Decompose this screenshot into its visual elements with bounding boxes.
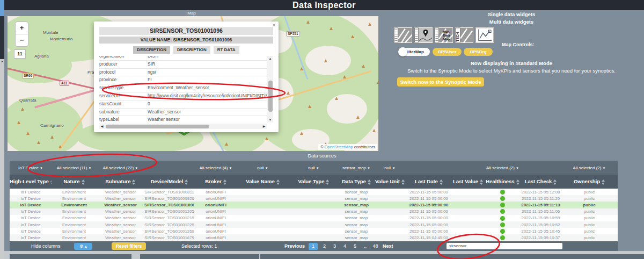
filter-dropdown-7[interactable]: sensor_map▼ [339, 161, 374, 175]
filter-dropdown-2[interactable]: All selected (22)▼ [97, 161, 144, 175]
cell-value-name [237, 189, 288, 195]
cell-value-name [237, 234, 288, 241]
column-header-7[interactable]: Data Type [339, 175, 374, 189]
scroll-down-icon[interactable]: ▼ [267, 117, 273, 123]
gear-icon[interactable]: ⚙ ▴ [74, 243, 92, 250]
column-header-3[interactable]: Device/Model [144, 175, 194, 189]
cell-nature: Environment [52, 234, 97, 241]
sort-icon [440, 179, 443, 185]
cell-value-unit [374, 221, 406, 228]
page-button-4[interactable]: 4 [341, 243, 348, 250]
map-place-label: Carmignano [40, 123, 64, 128]
filter-dropdown-4[interactable]: All selected (4)▼ [194, 161, 237, 175]
scroll-left-icon[interactable]: ◀ [99, 124, 105, 129]
column-header-6[interactable]: Value Type [288, 175, 339, 189]
table-row-3[interactable]: IoT DeviceEnvironmentWeather_sensorSIRSe… [10, 208, 618, 215]
selected-rows-label: Selected rows: 1 [181, 241, 217, 251]
tech-map-widget-icon[interactable]: TECH [455, 27, 474, 44]
page-button-5[interactable]: 5 [352, 243, 358, 250]
cell-value-type [288, 208, 339, 215]
cell-value-type [288, 221, 339, 228]
next-page-button[interactable]: Next [383, 241, 393, 251]
page-button-..[interactable]: .. [362, 243, 369, 250]
filter-map-toggle[interactable]: FilterMap [399, 48, 430, 56]
vscroll-thumb[interactable] [268, 81, 273, 112]
hscroll-thumb[interactable] [106, 125, 209, 128]
reset-filters-button[interactable]: Reset filters [112, 242, 146, 250]
peak-icon [21, 107, 24, 111]
table-row-1[interactable]: IoT DeviceEnvironmentWeather_sensorSIRSe… [10, 195, 618, 202]
column-header-2[interactable]: Subnature [97, 175, 144, 189]
filter-dropdown-5[interactable]: null▼ [237, 161, 288, 175]
sort-icon [223, 179, 226, 185]
previous-page-button[interactable]: Previous [284, 241, 305, 251]
filter-dropdown-13[interactable]: All selected (2)▼ [561, 161, 618, 175]
popup-tab-2[interactable]: RT DATA [214, 46, 239, 54]
cell-nature: Environment [52, 208, 97, 215]
cell-high-level-type: IoT Device [10, 228, 52, 234]
column-header-10[interactable]: Last Value [451, 175, 485, 189]
table-search-input[interactable] [447, 243, 562, 249]
cell-value-name [237, 215, 288, 221]
filter-dropdown-0[interactable]: IoT Device▼ [10, 161, 52, 175]
column-header-9[interactable]: Last Date [406, 175, 451, 189]
column-header-0[interactable]: High-Level Type [10, 175, 52, 189]
column-header-5[interactable]: Value Name [237, 175, 288, 189]
sort-icon [401, 179, 405, 185]
filter-dropdown-8[interactable]: null▼ [374, 161, 406, 175]
table-row-6[interactable]: IoT DeviceEnvironmentWeather_sensorSIRSe… [10, 228, 618, 234]
vertical-scrollbar[interactable]: ▲ ▼ [267, 56, 273, 123]
filter-dropdown-1[interactable]: All selected (11)▼ [52, 161, 97, 175]
openstreetmap-link[interactable]: OpenStreetMap [325, 145, 353, 149]
table-row-7[interactable]: IoT DeviceEnvironmentWeather_sensorSIRSe… [10, 234, 618, 241]
trend-chart-widget-icon[interactable] [475, 27, 494, 44]
column-header-12[interactable]: Last Check [521, 175, 561, 189]
peak-icon [265, 137, 268, 140]
popup-tab-0[interactable]: DESCRIPTION [133, 46, 170, 54]
zoom-out-button[interactable]: − [16, 34, 28, 46]
page-button-48[interactable]: 48 [372, 243, 379, 250]
gps-org-button[interactable]: GPSOrg [464, 48, 493, 56]
cell-data-type: sensor_map [339, 208, 374, 215]
cell-last-value [451, 202, 485, 208]
data-sources-title: Data sources [0, 153, 644, 159]
horizontal-scrollbar[interactable]: ◀ ▶ [99, 124, 267, 129]
peak-icon [377, 81, 378, 84]
map-list-widget-icon[interactable] [393, 27, 413, 44]
cell-healthiness [485, 208, 521, 215]
cell-value-unit [374, 215, 406, 221]
cell-last-date: 2022-11-15 05:00:00 [406, 228, 451, 234]
table-row-5[interactable]: IoT DeviceEnvironmentWeather_sensorSIRSe… [10, 221, 618, 228]
zoom-in-button[interactable]: + [16, 22, 28, 34]
map-pin-chart-widget-icon[interactable] [414, 27, 433, 44]
multi-data-map-widget-icon[interactable]: MultiDataMap [434, 27, 453, 44]
page-button-2[interactable]: 2 [321, 243, 328, 250]
cell-last-date: 2022-11-15 05:00:00 [406, 202, 451, 208]
cell-last-value [451, 215, 485, 221]
scroll-up-icon[interactable]: ▲ [267, 56, 273, 61]
column-header-11[interactable]: Healthiness [485, 175, 521, 189]
cell-high-level-type: IoT Device [10, 221, 52, 228]
popup-tab-1[interactable]: DESCRIPTION [173, 46, 210, 54]
column-header-1[interactable]: Nature [52, 175, 97, 189]
table-row-0[interactable]: IoT DeviceEnvironmentWeather_sensorSIRSe… [10, 189, 618, 195]
switch-synoptic-mode-button[interactable]: Switch now to the Synoptic Mode [397, 77, 484, 87]
cell-last-value [451, 208, 485, 215]
cell-value-type [288, 234, 339, 241]
scroll-right-icon[interactable]: ▶ [261, 124, 267, 129]
gps-user-button[interactable]: GPSUser [433, 48, 462, 56]
table-row-2[interactable]: IoT DeviceEnvironmentWeather_sensorSIRSe… [10, 202, 618, 208]
sidebar-collapse-icon[interactable]: ◂ [0, 59, 4, 63]
column-header-8[interactable]: Value Unit [374, 175, 406, 189]
column-header-4[interactable]: Broker [194, 175, 237, 189]
page-button-1[interactable]: 1 [309, 243, 318, 250]
page-button-3[interactable]: 3 [331, 243, 338, 250]
filter-dropdown-6[interactable]: null▼ [288, 161, 339, 175]
peak-icon [50, 135, 54, 139]
hide-columns-label: Hide columns [31, 241, 61, 251]
filter-dropdown-11[interactable]: All selected (2)▼ [485, 161, 521, 175]
cell-value-unit [374, 195, 406, 202]
column-header-13[interactable]: Ownership [561, 175, 618, 189]
table-row-4[interactable]: IoT DeviceEnvironmentWeather_sensorSIRSe… [10, 215, 618, 221]
left-strip-blue [0, 0, 4, 16]
